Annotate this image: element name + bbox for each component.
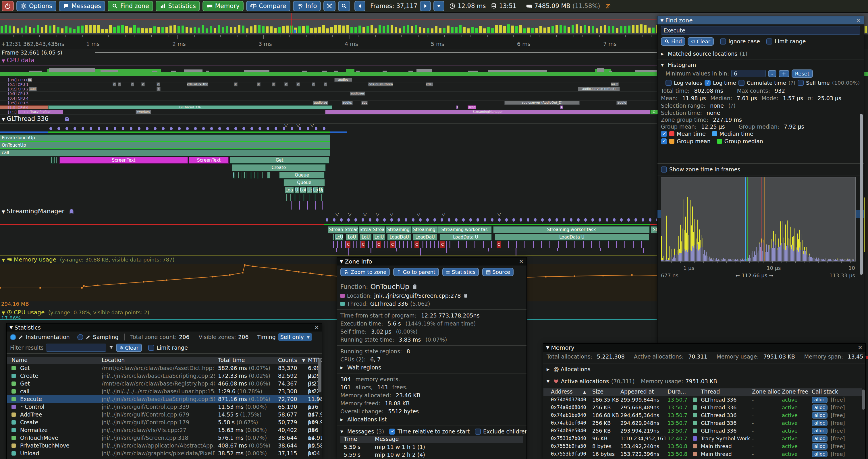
cpu-zone[interactable]: c — [234, 83, 238, 87]
frame-bar[interactable] — [423, 28, 425, 33]
zone-bar[interactable]: LoadDaU — [387, 234, 411, 240]
frame-bar[interactable] — [258, 25, 260, 33]
find-zone-histogram[interactable] — [661, 177, 856, 262]
zone-c[interactable]: C — [346, 241, 350, 248]
zone-bar[interactable]: Streaming worker tas — [437, 226, 492, 233]
cpu-zone[interactable]: kworker/ — [135, 110, 151, 114]
frame-bar[interactable] — [137, 28, 140, 33]
allocations-list-toggle[interactable]: ▶Allocations list — [337, 415, 526, 423]
alloc-button[interactable]: alloc — [812, 435, 828, 442]
message-dot[interactable] — [577, 218, 580, 222]
message-dot[interactable] — [369, 218, 371, 222]
message-dot[interactable] — [323, 127, 326, 130]
message-dot[interactable] — [362, 218, 364, 222]
frame-bar[interactable] — [576, 24, 578, 33]
zone-bar[interactable] — [56, 157, 57, 164]
cpu-zone[interactable]: audios — [334, 78, 352, 82]
zone-c[interactable]: C — [361, 241, 365, 248]
cpu-zone[interactable]: StreamingManager — [325, 110, 650, 114]
message-marker[interactable]: ▽ — [376, 212, 379, 217]
cpu-zone[interactable]: audio. — [342, 101, 353, 105]
prev-frame-button[interactable] — [354, 1, 365, 11]
frame-bar[interactable] — [640, 24, 643, 33]
zone-bar[interactable]: Strear — [344, 226, 359, 233]
frame-bar[interactable] — [165, 27, 168, 33]
frame-bar[interactable] — [563, 26, 566, 33]
zone-bar[interactable] — [321, 194, 322, 201]
show-zone-time-checkbox[interactable] — [661, 166, 667, 172]
compare-button[interactable]: Compare — [246, 1, 290, 11]
message-dot[interactable] — [186, 127, 189, 130]
fz-limit-range-checkbox[interactable] — [766, 38, 772, 44]
statistics-row[interactable]: Executejni/../jni/src/claw/base/LuaScrip… — [7, 395, 319, 403]
frame-bar[interactable] — [459, 25, 462, 33]
frame-bar[interactable] — [499, 25, 502, 33]
frame-bar[interactable] — [318, 27, 321, 33]
frame-bar[interactable] — [467, 28, 470, 33]
next-frame-button[interactable] — [420, 1, 431, 11]
statistics-row[interactable]: ~Controljni/../jni/src/guif/Control.cpp:… — [7, 403, 319, 411]
message-dot[interactable] — [275, 127, 277, 130]
message-dot[interactable] — [57, 127, 60, 130]
frame-bar[interactable] — [479, 26, 482, 33]
message-dot[interactable] — [476, 218, 479, 222]
zone-tick[interactable] — [430, 241, 431, 248]
statistics-row[interactable]: PrivateTouchMovejni/../jni/src/claw/appl… — [7, 442, 319, 450]
alloc-button[interactable]: alloc — [812, 420, 828, 426]
message-dot[interactable] — [146, 127, 149, 130]
frame-bar[interactable] — [334, 25, 337, 33]
message-marker[interactable]: ▽ — [390, 212, 393, 217]
zone-bar[interactable]: Up — [318, 187, 324, 194]
zone-bar[interactable]: U — [294, 187, 299, 194]
message-dot[interactable] — [283, 127, 285, 130]
zone-bar[interactable]: Queue — [279, 172, 324, 178]
zone-c[interactable]: C — [414, 241, 419, 248]
message-dot[interactable] — [513, 218, 515, 222]
message-dot[interactable] — [291, 127, 293, 130]
zone-bar[interactable] — [54, 157, 55, 164]
frame-bar[interactable] — [395, 27, 397, 33]
message-dot[interactable] — [122, 127, 124, 130]
frame-bar[interactable] — [202, 25, 204, 33]
frame-bar[interactable] — [218, 25, 220, 33]
frame-bar[interactable] — [560, 25, 562, 33]
frame-bar[interactable] — [182, 26, 184, 33]
message-marker[interactable]: ▽ — [442, 212, 445, 217]
zone-tick[interactable] — [372, 241, 373, 248]
message-dot[interactable] — [527, 218, 529, 222]
find-button[interactable]: Find — [661, 37, 685, 46]
bin-minus-button[interactable]: - — [768, 70, 776, 77]
message-dot[interactable] — [354, 218, 357, 222]
message-marker[interactable]: ▽ — [363, 212, 367, 217]
frame-bar[interactable] — [371, 25, 373, 33]
frame-bar[interactable] — [5, 25, 7, 33]
memory-table-header[interactable]: Address▲ Size Appeared at Dura... Thread… — [544, 388, 862, 396]
frame-bar[interactable] — [169, 26, 172, 33]
frame-bar[interactable] — [628, 26, 630, 33]
message-dot[interactable] — [498, 218, 501, 222]
zone-bar[interactable]: PrivateTouchUp — [0, 134, 330, 141]
frame-bar[interactable] — [419, 27, 421, 33]
histogram-toggle[interactable]: ▼Histogram — [657, 61, 864, 69]
message-dot[interactable] — [505, 218, 508, 222]
find-zone-query-input[interactable] — [661, 26, 860, 35]
zone-tick[interactable] — [566, 241, 567, 248]
message-marker[interactable]: ▽ — [336, 212, 339, 217]
frame-bar[interactable] — [435, 26, 437, 33]
frame-bar[interactable] — [439, 28, 441, 33]
frame-bar[interactable] — [359, 26, 361, 33]
message-dot[interactable] — [226, 127, 229, 130]
cpu-zone[interactable]: aud — [29, 87, 37, 91]
zone-bar[interactable]: Queue — [283, 179, 325, 186]
stats-clear-button[interactable]: ⊗Clear — [116, 343, 142, 352]
zone-tick[interactable] — [345, 241, 346, 248]
message-dot[interactable] — [73, 127, 76, 130]
frame-bar[interactable] — [270, 26, 273, 33]
stats-limit-range-checkbox[interactable] — [148, 345, 154, 351]
message-dot[interactable] — [340, 218, 343, 222]
frame-bar[interactable] — [644, 25, 647, 33]
zone-bar[interactable] — [244, 172, 245, 178]
message-dot[interactable] — [315, 127, 317, 130]
find-zone-scrollbar[interactable] — [860, 114, 863, 275]
message-dot[interactable] — [333, 218, 336, 222]
